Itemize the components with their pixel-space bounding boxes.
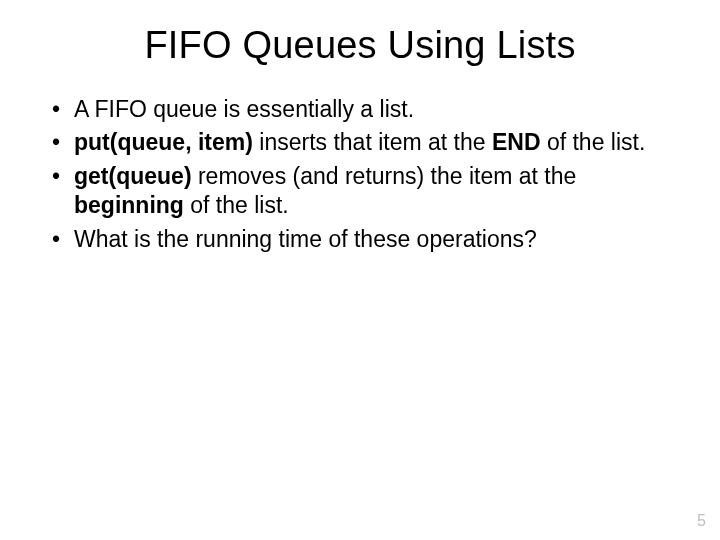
bullet-bold: END	[492, 129, 541, 155]
bullet-text: inserts that item at the	[253, 129, 492, 155]
list-item: get(queue) removes (and returns) the ite…	[48, 162, 672, 221]
bullet-text: A FIFO queue is essentially a list.	[74, 96, 414, 122]
page-number: 5	[697, 512, 706, 530]
bullet-text: removes (and returns) the item at the	[192, 163, 577, 189]
bullet-text: of the list.	[541, 129, 646, 155]
bullet-text: of the list.	[184, 192, 289, 218]
bullet-bold: beginning	[74, 192, 184, 218]
list-item: A FIFO queue is essentially a list.	[48, 95, 672, 124]
list-item: put(queue, item) inserts that item at th…	[48, 128, 672, 157]
slide-title: FIFO Queues Using Lists	[48, 24, 672, 67]
bullet-text: What is the running time of these operat…	[74, 226, 537, 252]
bullet-bold: put(queue, item)	[74, 129, 253, 155]
list-item: What is the running time of these operat…	[48, 225, 672, 254]
bullet-bold: get(queue)	[74, 163, 192, 189]
slide: FIFO Queues Using Lists A FIFO queue is …	[0, 0, 720, 540]
bullet-list: A FIFO queue is essentially a list. put(…	[48, 95, 672, 254]
